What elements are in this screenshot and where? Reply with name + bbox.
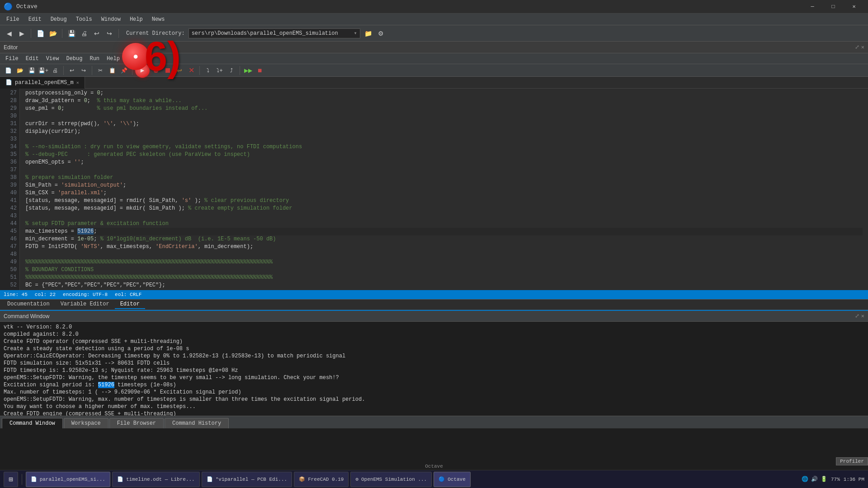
volume-icon[interactable]: 🔊	[811, 476, 818, 483]
redo-button[interactable]: ↪	[104, 28, 115, 39]
output-line-11: openEMS::SetupFDTD: Warning, max. number…	[4, 396, 864, 403]
save-button[interactable]: 💾	[66, 28, 77, 39]
stop-all-btn[interactable]: ⏹	[255, 65, 265, 76]
debug-back-btn[interactable]: ↩	[174, 65, 185, 76]
tab-close-btn[interactable]: ✕	[76, 80, 79, 85]
code-line-40: Sim_CSX = 'parallel.xml';	[25, 189, 863, 197]
menu-help[interactable]: Help	[125, 15, 147, 23]
code-editor[interactable]: 27 28 29 30 31 32 33 34 35 36 37 38 39 4…	[0, 89, 868, 290]
editor-menu-edit[interactable]: Edit	[22, 55, 42, 63]
debug-stop-btn[interactable]: ⏹	[162, 65, 173, 76]
tab-variable-editor[interactable]: Variable Editor	[55, 300, 115, 309]
dir-dropdown-icon[interactable]: ▾	[354, 30, 357, 37]
cw-expand-icon[interactable]: ⤢	[855, 313, 859, 319]
forward-button[interactable]: ▶	[16, 28, 27, 39]
editor-tab-item[interactable]: 📄 parallel_openEMS_m ✕	[0, 77, 85, 89]
debug-abort-btn[interactable]: ✕	[186, 65, 197, 76]
code-line-39: Sim_Path = 'simulation_output';	[25, 182, 863, 189]
new-file-button[interactable]: 📄	[35, 28, 46, 39]
taskbar-icon-6: 🔵	[439, 476, 445, 482]
menu-edit[interactable]: Edit	[24, 15, 46, 23]
editor-paste-btn[interactable]: 📌	[118, 65, 129, 76]
code-line-50: % BOUNDARY CONDITIONS	[25, 266, 863, 274]
editor-new-btn[interactable]: 📄	[3, 65, 14, 76]
taskbar-icon-4: 📦	[299, 476, 305, 482]
network-icon[interactable]: 🌐	[802, 476, 808, 483]
editor-expand-icon[interactable]: ⤢	[855, 44, 859, 51]
editor-copy-btn[interactable]: 📋	[107, 65, 118, 76]
run-cursor-btn[interactable]: ▶	[135, 63, 150, 78]
menu-news[interactable]: News	[147, 15, 170, 23]
editor-undo-btn[interactable]: ↩	[66, 65, 77, 76]
open-file-button[interactable]: 📂	[47, 28, 58, 39]
start-button[interactable]: ⊞	[4, 472, 18, 487]
taskbar-item-pcb[interactable]: 📄 *v1parallel — PCB Edi...	[202, 472, 292, 487]
run-all-btn[interactable]: ▶▶	[243, 65, 254, 76]
menu-window[interactable]: Window	[97, 15, 125, 23]
editor-save-btn[interactable]: 💾	[26, 65, 37, 76]
close-button[interactable]: ✕	[844, 0, 864, 14]
step-in-btn[interactable]: ⤵+	[214, 65, 225, 76]
editor-menu-file[interactable]: File	[2, 55, 22, 63]
editor-cut-btn[interactable]: ✂	[95, 65, 106, 76]
output-line-5: Operator::CalcECOperator: Decreasing tim…	[4, 352, 864, 360]
undo-button[interactable]: ↩	[91, 28, 102, 39]
toolbar-separator-3	[118, 29, 119, 38]
tab-filename: parallel_openEMS_m	[15, 80, 74, 86]
app-icon: 🔵	[4, 2, 13, 11]
ed-sep-3	[132, 66, 132, 75]
taskbar-item-octave[interactable]: 🔵 Octave	[434, 472, 471, 487]
profiler-label: Profiler	[840, 459, 864, 464]
editor-redo-btn[interactable]: ↪	[78, 65, 89, 76]
file-icon: 📄	[5, 79, 12, 86]
taskbar-item-freecad[interactable]: 📦 FreeCAD 0.19	[294, 472, 349, 487]
tab-documentation[interactable]: Documentation	[2, 300, 55, 309]
taskbar-item-libreoffice[interactable]: 📄 timeline.odt — Libre...	[112, 472, 200, 487]
settings-button[interactable]: ⚙	[376, 28, 387, 39]
main-toolbar: ◀ ▶ 📄 📂 💾 🖨 ↩ ↪ Current Directory: sers\…	[0, 25, 868, 42]
editor-save-all-btn[interactable]: 💾+	[38, 65, 49, 76]
current-dir-box[interactable]: sers\rp\Downloads\parallel_openEMS_simul…	[189, 28, 360, 38]
taskbar-item-openems[interactable]: ⚙ OpenEMS Simulation ...	[350, 472, 432, 487]
editor-open-btn[interactable]: 📂	[14, 65, 25, 76]
editor-menu-help[interactable]: Help	[103, 55, 123, 63]
step-btn[interactable]: ⤵	[203, 65, 213, 76]
taskbar-icon-2: 📄	[117, 476, 123, 482]
taskbar-item-octave-editor[interactable]: 📄 parallel_openEMS_si...	[26, 472, 110, 487]
print-button[interactable]: 🖨	[79, 28, 90, 39]
code-line-27: postprocessing_only = 0;	[25, 89, 863, 97]
btab-workspace[interactable]: Workspace	[64, 418, 108, 428]
menu-tools[interactable]: Tools	[71, 15, 97, 23]
step-out-btn[interactable]: ⤴	[226, 65, 237, 76]
cw-close-icon[interactable]: ✕	[861, 313, 864, 319]
profiler-badge[interactable]: Profiler	[836, 457, 868, 465]
back-button[interactable]: ◀	[4, 28, 14, 39]
menu-debug[interactable]: Debug	[46, 15, 71, 23]
code-content[interactable]: postprocessing_only = 0; draw_3d_pattern…	[20, 89, 868, 290]
output-line-4: Create a steady state detection using a …	[4, 345, 864, 352]
code-line-35: % --debug-PEC : generated PEC skeleton (…	[25, 151, 863, 159]
editor-menu-run[interactable]: Run	[86, 55, 103, 63]
minimize-button[interactable]: ─	[802, 0, 823, 14]
menu-file[interactable]: File	[2, 15, 24, 23]
editor-print-btn[interactable]: 🖨	[50, 65, 61, 76]
btab-file-browser[interactable]: File Browser	[109, 418, 164, 428]
editor-menu-debug[interactable]: Debug	[62, 55, 86, 63]
browse-button[interactable]: 📁	[363, 28, 374, 39]
maximize-button[interactable]: □	[823, 0, 844, 14]
taskbar-icon-1: 📄	[31, 476, 37, 482]
btab-command-history[interactable]: Command History	[165, 418, 229, 428]
tab-editor[interactable]: Editor	[115, 300, 145, 309]
output-line-7: FDTD timestep is: 1.92582e-13 s; Nyquist…	[4, 367, 864, 374]
editor-panel: Editor ⤢ ✕ File Edit View Debug Run Help…	[0, 42, 868, 311]
stop-btn[interactable]: ⏺	[151, 65, 161, 76]
btab-command-window[interactable]: Command Window	[2, 418, 63, 428]
toolbar-separator-1	[31, 29, 31, 38]
editor-menu-view[interactable]: View	[42, 55, 63, 63]
code-line-31: currDir = strrep(pwd(), '\', '\\');	[25, 120, 863, 128]
battery-icon[interactable]: 🔋	[821, 476, 827, 483]
taskbar-label-1: parallel_openEMS_si...	[40, 477, 105, 482]
ed-sep-5	[240, 66, 240, 75]
ed-sep-2	[92, 66, 92, 75]
editor-close-icon[interactable]: ✕	[861, 44, 864, 51]
